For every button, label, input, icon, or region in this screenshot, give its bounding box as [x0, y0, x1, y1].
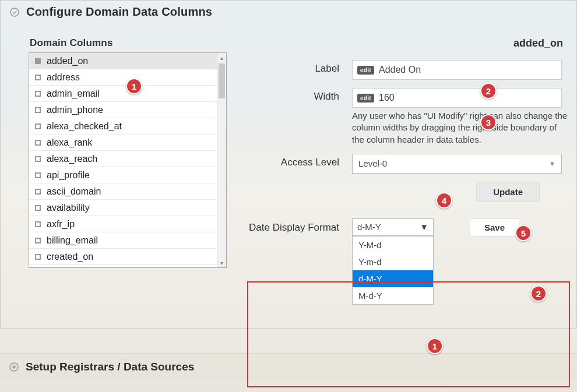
list-item[interactable]: alexa_reach [29, 151, 217, 167]
list-item[interactable]: availability [29, 200, 217, 216]
list-item[interactable]: billing_email [29, 232, 217, 249]
list-item-label: billing_email [47, 235, 98, 246]
check-circle-icon [10, 8, 19, 17]
save-button[interactable]: Save [470, 218, 519, 236]
date-format-value: d-M-Y [357, 222, 381, 232]
configure-content: Domain Columns added_onaddressadmin_emai… [1, 23, 576, 328]
date-format-label: Date Display Format [243, 218, 339, 234]
list-item[interactable]: admin_email [29, 86, 217, 102]
list-item[interactable]: added_on [29, 53, 217, 69]
checkbox-icon [35, 140, 41, 146]
access-level-value: Level-0 [358, 158, 387, 168]
annotation-badge-3: 3 [480, 114, 497, 130]
list-item-label: address [47, 72, 80, 83]
checkbox-icon [35, 238, 41, 243]
checkbox-icon [35, 172, 41, 178]
list-item[interactable]: ascii_domain [29, 183, 217, 200]
list-item[interactable]: alexa_checked_at [29, 118, 217, 135]
label-value: Added On [379, 65, 421, 75]
list-item-label: admin_email [47, 89, 100, 99]
update-button[interactable]: Update [476, 182, 540, 202]
scroll-thumb[interactable] [219, 63, 225, 98]
annotation-badge-2: 2 [480, 83, 497, 99]
list-item-label: created_on [47, 252, 93, 262]
accordion-header-configure[interactable]: Configure Domain Data Columns [1, 1, 576, 23]
label-input[interactable]: edit Added On [352, 60, 562, 80]
annotation-badge-date-2: 2 [530, 285, 547, 302]
svg-point-0 [10, 8, 19, 16]
list-item[interactable]: address [29, 69, 217, 86]
checkbox-icon [35, 91, 41, 97]
checkbox-icon [35, 58, 41, 64]
accordion-title-registrars: Setup Registrars / Data Sources [26, 361, 194, 373]
date-format-dropdown: Y-M-dY-m-dd-M-YM-d-Y [352, 236, 434, 305]
checkbox-icon [35, 205, 41, 211]
list-item-label: ascii_domain [47, 186, 101, 197]
list-item[interactable]: axfr_ip [29, 216, 217, 232]
list-item-label: admin_phone [47, 105, 103, 115]
domain-columns-section: Domain Columns added_onaddressadmin_emai… [29, 37, 227, 305]
width-field-label: Width [243, 88, 339, 103]
list-item[interactable]: api_profile [29, 167, 217, 183]
checkbox-icon [35, 189, 41, 195]
chevron-down-icon: ▼ [549, 160, 555, 167]
list-item[interactable]: created_on [29, 249, 217, 265]
checkbox-icon [35, 156, 41, 162]
edit-badge-icon: edit [357, 66, 374, 75]
accordion-title-configure: Configure Domain Data Columns [26, 5, 212, 19]
access-level-label: Access Level [243, 154, 339, 168]
dropdown-option[interactable]: d-M-Y [353, 270, 433, 287]
date-format-select[interactable]: d-M-Y ▼ [352, 218, 434, 236]
list-item[interactable]: admin_phone [29, 102, 217, 118]
listbox-scrollbar[interactable]: ▴ ▾ [217, 53, 226, 267]
selected-column-name: added_on [243, 37, 563, 50]
width-help-text: Any user who has "UI Modify" right can a… [352, 110, 568, 146]
annotation-badge-date-1: 1 [427, 338, 443, 354]
list-item-label: alexa_checked_at [47, 121, 122, 132]
list-item-label: alexa_reach [47, 154, 97, 164]
access-level-row: Access Level Level-0 ▼ [243, 154, 568, 174]
list-item-label: api_profile [47, 170, 90, 181]
edit-badge-icon: edit [357, 94, 374, 103]
list-item-label: axfr_ip [47, 219, 75, 229]
checkbox-icon [35, 123, 41, 129]
list-item[interactable]: alexa_rank [29, 135, 217, 151]
chevron-down-icon: ▼ [420, 222, 428, 232]
annotation-badge-1: 1 [126, 78, 142, 94]
accordion-header-registrars[interactable]: Setup Registrars / Data Sources [0, 354, 577, 379]
scroll-down-icon[interactable]: ▾ [217, 258, 226, 267]
list-item-label: alexa_rank [47, 137, 92, 148]
plus-circle-icon [9, 362, 19, 372]
checkbox-icon [35, 221, 41, 227]
width-input[interactable]: edit 160 [352, 88, 562, 108]
width-row: Width edit 160 Any user who has "UI Modi… [243, 88, 568, 146]
width-value: 160 [379, 93, 395, 103]
label-field-label: Label [243, 60, 339, 75]
checkbox-icon [35, 107, 41, 113]
checkbox-icon [35, 254, 41, 260]
checkbox-icon [35, 75, 41, 80]
annotation-badge-5: 5 [515, 225, 532, 241]
label-row: Label edit Added On [243, 60, 568, 80]
dropdown-option[interactable]: Y-m-d [353, 253, 433, 270]
domain-columns-heading: Domain Columns [30, 37, 227, 49]
list-item-label: availability [47, 203, 90, 213]
column-details-section: added_on Label edit Added On Width edit … [243, 37, 568, 305]
dropdown-option[interactable]: M-d-Y [353, 287, 433, 304]
access-level-select[interactable]: Level-0 ▼ [352, 154, 562, 174]
dropdown-option[interactable]: Y-M-d [353, 236, 433, 253]
scroll-up-icon[interactable]: ▴ [217, 53, 226, 62]
annotation-badge-4: 4 [436, 192, 452, 209]
list-item-label: added_on [47, 56, 88, 66]
